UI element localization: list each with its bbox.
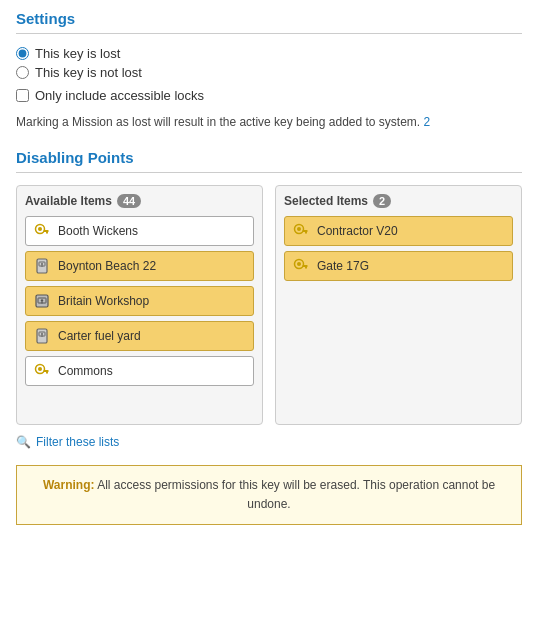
gate-17g-icon bbox=[292, 257, 310, 275]
booth-wickens-icon bbox=[33, 222, 51, 240]
accessible-locks-checkbox[interactable] bbox=[16, 89, 29, 102]
available-items-header: Available Items 44 bbox=[25, 194, 254, 208]
svg-point-14 bbox=[41, 333, 43, 335]
available-items-panel: Available Items 44 Booth Wickens bbox=[16, 185, 263, 425]
info-link[interactable]: 2 bbox=[424, 115, 431, 129]
svg-rect-26 bbox=[303, 265, 308, 267]
carter-fuel-icon bbox=[33, 327, 51, 345]
settings-divider bbox=[16, 33, 522, 34]
booth-wickens-label: Booth Wickens bbox=[58, 224, 138, 238]
settings-section: Settings This key is lost This key is no… bbox=[16, 10, 522, 131]
radio-key-not-lost-row: This key is not lost bbox=[16, 65, 522, 80]
radio-key-lost-row: This key is lost bbox=[16, 46, 522, 61]
filter-link[interactable]: Filter these lists bbox=[36, 435, 119, 449]
svg-rect-19 bbox=[46, 372, 48, 374]
britain-workshop-icon bbox=[33, 292, 51, 310]
selected-items-count: 2 bbox=[373, 194, 391, 208]
contractor-v20-icon bbox=[292, 222, 310, 240]
list-item[interactable]: Commons bbox=[25, 356, 254, 386]
commons-icon bbox=[33, 362, 51, 380]
list-item[interactable]: Contractor V20 bbox=[284, 216, 513, 246]
info-text: Marking a Mission as lost will result in… bbox=[16, 113, 522, 131]
svg-rect-18 bbox=[44, 370, 49, 372]
warning-text: All access permissions for this key will… bbox=[94, 478, 495, 511]
svg-point-21 bbox=[297, 227, 301, 231]
radio-key-lost-label[interactable]: This key is lost bbox=[35, 46, 120, 61]
accessible-locks-label[interactable]: Only include accessible locks bbox=[35, 88, 204, 103]
available-items-count: 44 bbox=[117, 194, 141, 208]
warning-box: Warning: All access permissions for this… bbox=[16, 465, 522, 525]
radio-key-lost[interactable] bbox=[16, 47, 29, 60]
svg-rect-22 bbox=[303, 230, 308, 232]
svg-point-17 bbox=[38, 367, 42, 371]
boynton-beach-label: Boynton Beach 22 bbox=[58, 259, 156, 273]
accessible-locks-row: Only include accessible locks bbox=[16, 88, 522, 103]
svg-point-6 bbox=[41, 263, 43, 265]
svg-rect-23 bbox=[305, 232, 307, 234]
boynton-beach-icon bbox=[33, 257, 51, 275]
svg-rect-7 bbox=[42, 265, 43, 267]
disabling-title: Disabling Points bbox=[16, 149, 522, 166]
list-item[interactable]: Booth Wickens bbox=[25, 216, 254, 246]
svg-point-25 bbox=[297, 262, 301, 266]
selected-items-panel: Selected Items 2 Contractor V20 bbox=[275, 185, 522, 425]
svg-rect-15 bbox=[42, 335, 43, 337]
radio-key-not-lost[interactable] bbox=[16, 66, 29, 79]
selected-items-label: Selected Items bbox=[284, 194, 368, 208]
list-item[interactable]: Gate 17G bbox=[284, 251, 513, 281]
disabling-section: Disabling Points Available Items 44 B bbox=[16, 149, 522, 449]
list-item[interactable]: Boynton Beach 22 bbox=[25, 251, 254, 281]
gate-17g-label: Gate 17G bbox=[317, 259, 369, 273]
svg-rect-11 bbox=[41, 302, 42, 304]
settings-title: Settings bbox=[16, 10, 522, 27]
lists-container: Available Items 44 Booth Wickens bbox=[16, 185, 522, 425]
svg-rect-2 bbox=[44, 230, 49, 232]
britain-workshop-label: Britain Workshop bbox=[58, 294, 149, 308]
available-items-label: Available Items bbox=[25, 194, 112, 208]
warning-prefix: Warning: bbox=[43, 478, 95, 492]
radio-group: This key is lost This key is not lost bbox=[16, 46, 522, 80]
list-item[interactable]: Carter fuel yard bbox=[25, 321, 254, 351]
selected-items-header: Selected Items 2 bbox=[284, 194, 513, 208]
svg-rect-3 bbox=[46, 232, 48, 234]
search-icon: 🔍 bbox=[16, 435, 31, 449]
list-item[interactable]: Britain Workshop bbox=[25, 286, 254, 316]
svg-point-10 bbox=[41, 299, 43, 301]
disabling-divider bbox=[16, 172, 522, 173]
svg-point-1 bbox=[38, 227, 42, 231]
filter-link-row: 🔍 Filter these lists bbox=[16, 435, 522, 449]
svg-rect-27 bbox=[305, 267, 307, 269]
carter-fuel-label: Carter fuel yard bbox=[58, 329, 141, 343]
contractor-v20-label: Contractor V20 bbox=[317, 224, 398, 238]
radio-key-not-lost-label[interactable]: This key is not lost bbox=[35, 65, 142, 80]
commons-label: Commons bbox=[58, 364, 113, 378]
